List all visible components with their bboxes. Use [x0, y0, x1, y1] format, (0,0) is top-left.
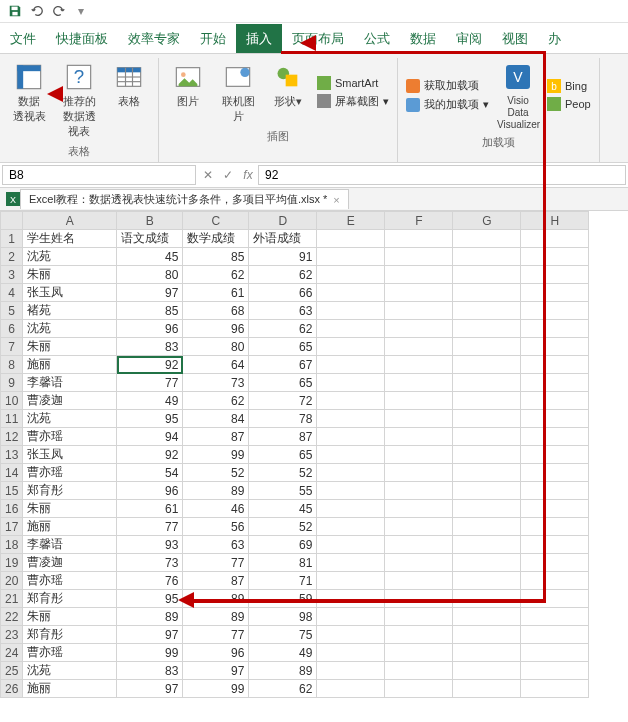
cell-B13[interactable]: 92 [117, 446, 183, 464]
cell-B23[interactable]: 97 [117, 626, 183, 644]
worksheet[interactable]: ABCDEFGH1学生姓名语文成绩数学成绩外语成绩2沈苑4585913朱丽806… [0, 211, 628, 698]
cell-G3[interactable] [453, 266, 521, 284]
tab-开始[interactable]: 开始 [190, 24, 236, 53]
cell-A8[interactable]: 施丽 [23, 356, 117, 374]
col-header-A[interactable]: A [23, 212, 117, 230]
cell-F2[interactable] [385, 248, 453, 266]
cell-B22[interactable]: 89 [117, 608, 183, 626]
cell-H18[interactable] [521, 536, 589, 554]
cell-A12[interactable]: 曹亦瑶 [23, 428, 117, 446]
cell-E24[interactable] [317, 644, 385, 662]
cell-B6[interactable]: 96 [117, 320, 183, 338]
cell-G16[interactable] [453, 500, 521, 518]
cell-H22[interactable] [521, 608, 589, 626]
cell-H16[interactable] [521, 500, 589, 518]
cell-E10[interactable] [317, 392, 385, 410]
cell-D3[interactable]: 62 [249, 266, 317, 284]
cell-H17[interactable] [521, 518, 589, 536]
cell-H5[interactable] [521, 302, 589, 320]
cell-B15[interactable]: 96 [117, 482, 183, 500]
cell-G4[interactable] [453, 284, 521, 302]
cell-B16[interactable]: 61 [117, 500, 183, 518]
cell-A26[interactable]: 施丽 [23, 680, 117, 698]
cell-F25[interactable] [385, 662, 453, 680]
cell-D22[interactable]: 98 [249, 608, 317, 626]
cell-G22[interactable] [453, 608, 521, 626]
cell-A10[interactable]: 曹凌迦 [23, 392, 117, 410]
cell-E13[interactable] [317, 446, 385, 464]
cell-F12[interactable] [385, 428, 453, 446]
cell-C17[interactable]: 56 [183, 518, 249, 536]
cell-D25[interactable]: 89 [249, 662, 317, 680]
recommended-pivot-button[interactable]: ?推荐的 数据透视表 [56, 58, 102, 141]
cell-F11[interactable] [385, 410, 453, 428]
cell-C21[interactable]: 89 [183, 590, 249, 608]
row-header-3[interactable]: 3 [1, 266, 23, 284]
cell-H11[interactable] [521, 410, 589, 428]
row-header-10[interactable]: 10 [1, 392, 23, 410]
cell-C9[interactable]: 73 [183, 374, 249, 392]
cell-D24[interactable]: 49 [249, 644, 317, 662]
cell-F17[interactable] [385, 518, 453, 536]
cell-D17[interactable]: 52 [249, 518, 317, 536]
cell-C10[interactable]: 62 [183, 392, 249, 410]
cell-D15[interactable]: 55 [249, 482, 317, 500]
cell-D5[interactable]: 63 [249, 302, 317, 320]
cell-A14[interactable]: 曹亦瑶 [23, 464, 117, 482]
cell-E19[interactable] [317, 554, 385, 572]
cell-E8[interactable] [317, 356, 385, 374]
tab-办[interactable]: 办 [538, 24, 571, 53]
cell-C16[interactable]: 46 [183, 500, 249, 518]
cell-B14[interactable]: 54 [117, 464, 183, 482]
row-header-17[interactable]: 17 [1, 518, 23, 536]
cell-D12[interactable]: 87 [249, 428, 317, 446]
cell-G9[interactable] [453, 374, 521, 392]
cell-H20[interactable] [521, 572, 589, 590]
cell-B4[interactable]: 97 [117, 284, 183, 302]
cell-D6[interactable]: 62 [249, 320, 317, 338]
cell-C13[interactable]: 99 [183, 446, 249, 464]
cell-A3[interactable]: 朱丽 [23, 266, 117, 284]
col-header-G[interactable]: G [453, 212, 521, 230]
cell-E4[interactable] [317, 284, 385, 302]
cell-G25[interactable] [453, 662, 521, 680]
row-header-16[interactable]: 16 [1, 500, 23, 518]
cell-A23[interactable]: 郑育彤 [23, 626, 117, 644]
cell-H26[interactable] [521, 680, 589, 698]
people-button[interactable]: Peop [545, 96, 593, 112]
cell-H9[interactable] [521, 374, 589, 392]
cell-D19[interactable]: 81 [249, 554, 317, 572]
cell-B25[interactable]: 83 [117, 662, 183, 680]
cell-A22[interactable]: 朱丽 [23, 608, 117, 626]
cell-A7[interactable]: 朱丽 [23, 338, 117, 356]
cell-D1[interactable]: 外语成绩 [249, 230, 317, 248]
cell-C15[interactable]: 89 [183, 482, 249, 500]
cell-E23[interactable] [317, 626, 385, 644]
cell-G17[interactable] [453, 518, 521, 536]
cell-F13[interactable] [385, 446, 453, 464]
cell-F24[interactable] [385, 644, 453, 662]
name-box[interactable] [2, 165, 196, 185]
cell-B21[interactable]: 95 [117, 590, 183, 608]
tab-公式[interactable]: 公式 [354, 24, 400, 53]
cell-C18[interactable]: 63 [183, 536, 249, 554]
cell-D4[interactable]: 66 [249, 284, 317, 302]
cell-A5[interactable]: 褚苑 [23, 302, 117, 320]
cell-B10[interactable]: 49 [117, 392, 183, 410]
row-header-21[interactable]: 21 [1, 590, 23, 608]
cell-B18[interactable]: 93 [117, 536, 183, 554]
row-header-4[interactable]: 4 [1, 284, 23, 302]
cell-G7[interactable] [453, 338, 521, 356]
cell-G23[interactable] [453, 626, 521, 644]
save-icon[interactable] [4, 1, 26, 21]
cell-D2[interactable]: 91 [249, 248, 317, 266]
cell-C20[interactable]: 87 [183, 572, 249, 590]
cell-B2[interactable]: 45 [117, 248, 183, 266]
cell-F9[interactable] [385, 374, 453, 392]
cell-E7[interactable] [317, 338, 385, 356]
cell-E14[interactable] [317, 464, 385, 482]
cell-E11[interactable] [317, 410, 385, 428]
cell-C7[interactable]: 80 [183, 338, 249, 356]
cell-E5[interactable] [317, 302, 385, 320]
cell-B9[interactable]: 77 [117, 374, 183, 392]
